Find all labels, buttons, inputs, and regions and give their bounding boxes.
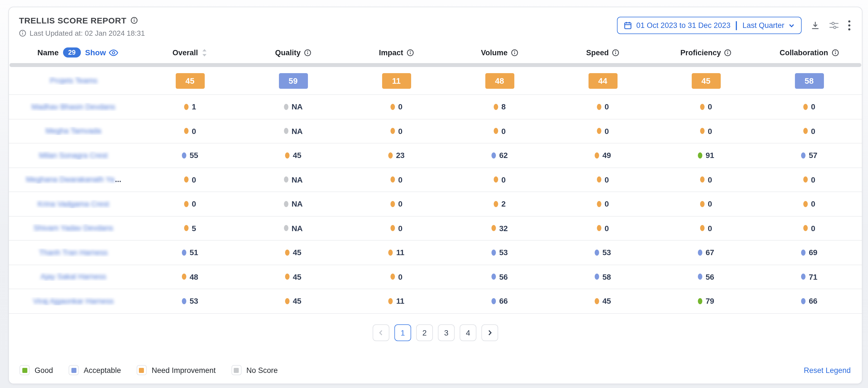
score-value: NA xyxy=(291,175,303,184)
column-header-volume[interactable]: Volume xyxy=(448,48,551,57)
info-icon[interactable] xyxy=(832,49,839,56)
info-icon[interactable] xyxy=(304,49,311,56)
score-value: 2 xyxy=(501,200,505,209)
score-cell: 0 xyxy=(345,272,448,281)
score-cell: 53 xyxy=(448,248,551,257)
info-icon[interactable] xyxy=(511,49,518,56)
score-cell: 0 xyxy=(757,224,861,233)
download-button[interactable] xyxy=(810,21,820,30)
legend-item-no_score[interactable]: No Score xyxy=(231,365,278,375)
member-name-link[interactable]: Milan Sonagra Crest xyxy=(39,151,108,160)
score-dot xyxy=(597,225,601,231)
column-header-proficiency[interactable]: Proficiency xyxy=(654,48,757,57)
score-cell: 55 xyxy=(138,151,242,160)
member-name-link[interactable]: Ajay Sakal Harness xyxy=(40,273,106,281)
column-header-collaboration[interactable]: Collaboration xyxy=(757,48,861,57)
page-button-2[interactable]: 2 xyxy=(416,324,433,341)
date-preset-label: Last Quarter xyxy=(743,21,784,30)
date-range-text: 01 Oct 2023 to 31 Dec 2023 xyxy=(636,21,731,30)
score-cell: 48 xyxy=(138,272,242,281)
show-toggle[interactable]: Show xyxy=(85,48,118,57)
table-row: Viraj Ajgaonkar Harness53451166457966 xyxy=(9,289,862,314)
score-value: 0 xyxy=(501,127,505,136)
settings-button[interactable] xyxy=(829,21,839,30)
score-badge: 59 xyxy=(279,73,308,88)
member-name-link[interactable]: Krina Vadgama Crest xyxy=(38,200,109,208)
member-name-link[interactable]: Meghana Dwarakanath Ya xyxy=(26,176,114,184)
score-value: 48 xyxy=(190,272,198,281)
score-value: 57 xyxy=(809,151,817,160)
legend-item-good[interactable]: Good xyxy=(20,365,53,375)
score-value: 0 xyxy=(398,200,402,209)
member-name-link[interactable]: Madhav Bhasin Devdans xyxy=(32,103,115,111)
score-dot xyxy=(184,104,188,110)
score-dot xyxy=(389,249,393,256)
score-cell: 0 xyxy=(138,200,242,209)
score-cell: 8 xyxy=(448,102,551,111)
score-value: 62 xyxy=(499,151,508,160)
title-info-icon[interactable] xyxy=(130,17,137,24)
column-header-label: Proficiency xyxy=(680,48,721,57)
member-name-link[interactable]: Shivam Yadav Devdans xyxy=(33,224,113,233)
score-cell: 0 xyxy=(654,102,757,111)
score-value: 0 xyxy=(708,224,712,233)
score-cell: 2 xyxy=(448,200,551,209)
next-page-button[interactable] xyxy=(482,324,498,341)
score-cell: 0 xyxy=(551,175,654,184)
score-dot xyxy=(184,201,188,207)
page-button-1[interactable]: 1 xyxy=(394,324,411,341)
score-value: NA xyxy=(291,102,303,111)
score-cell: 62 xyxy=(448,151,551,160)
score-value: 0 xyxy=(398,175,402,184)
page-button-4[interactable]: 4 xyxy=(460,324,476,341)
score-value: 49 xyxy=(602,151,611,160)
score-value: 0 xyxy=(708,175,712,184)
horizontal-scrollbar[interactable] xyxy=(9,63,861,67)
score-cell: 56 xyxy=(448,272,551,281)
info-icon[interactable] xyxy=(724,49,732,56)
updated-info-icon xyxy=(19,30,26,37)
name-cell: Meghana Dwarakanath Ya... xyxy=(9,176,138,184)
report-title-block: TRELLIS SCORE REPORT Last Updated at: 02… xyxy=(19,16,145,37)
column-header-impact[interactable]: Impact xyxy=(345,48,448,57)
score-dot xyxy=(284,225,288,231)
legend-item-need_improvement[interactable]: Need Improvement xyxy=(137,365,216,375)
date-range-button[interactable]: 01 Oct 2023 to 31 Dec 2023 Last Quarter xyxy=(617,17,802,34)
score-cell: 0 xyxy=(654,224,757,233)
score-value: 23 xyxy=(396,151,404,160)
score-dot xyxy=(390,274,395,280)
name-cell: Milan Sonagra Crest xyxy=(9,151,138,160)
more-menu-button[interactable] xyxy=(848,20,851,31)
column-header-overall[interactable]: Overall xyxy=(138,48,242,57)
prev-page-button[interactable] xyxy=(373,324,390,341)
score-cell: 0 xyxy=(448,127,551,136)
score-dot xyxy=(492,298,496,304)
legend-item-acceptable[interactable]: Acceptable xyxy=(69,365,121,375)
name-cell: Thanh Tran Harness xyxy=(9,248,138,257)
score-cell: 45 xyxy=(242,297,345,306)
reset-legend-link[interactable]: Reset Legend xyxy=(804,366,851,374)
score-value: 66 xyxy=(809,297,817,306)
member-name-link[interactable]: Thanh Tran Harness xyxy=(39,248,108,257)
score-cell: 0 xyxy=(345,175,448,184)
score-dot xyxy=(284,177,288,183)
score-dot xyxy=(595,274,599,280)
page-button-3[interactable]: 3 xyxy=(438,324,455,341)
score-dot xyxy=(803,177,807,183)
team-name-link[interactable]: Projets Teams xyxy=(50,77,98,85)
score-cell: 45 xyxy=(242,248,345,257)
info-icon[interactable] xyxy=(612,49,619,56)
column-header-quality[interactable]: Quality xyxy=(242,48,345,57)
score-dot xyxy=(390,177,395,183)
score-dot xyxy=(388,152,393,158)
score-value: 32 xyxy=(499,224,508,233)
sliders-icon xyxy=(829,21,839,30)
column-header-speed[interactable]: Speed xyxy=(551,48,654,57)
score-cell: 45 xyxy=(138,73,242,88)
member-name-link[interactable]: Viraj Ajgaonkar Harness xyxy=(33,297,114,305)
score-dot xyxy=(390,104,395,110)
info-icon[interactable] xyxy=(407,49,414,56)
sort-icon[interactable] xyxy=(202,48,208,57)
score-dot xyxy=(698,249,702,256)
member-name-link[interactable]: Megha Tamvada xyxy=(45,127,101,136)
